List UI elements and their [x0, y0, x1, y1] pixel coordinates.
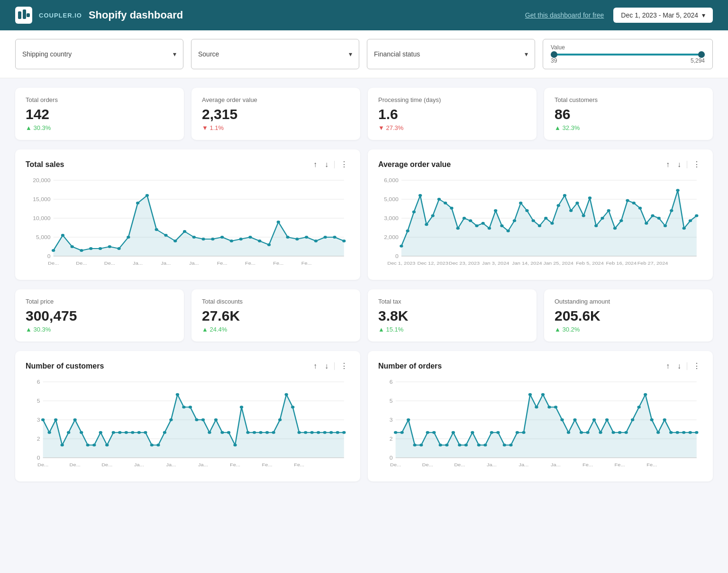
- svg-point-33: [230, 240, 233, 242]
- kpi-value: 205.6K: [555, 308, 702, 324]
- brand-name: COUPLER.IO: [39, 12, 82, 19]
- svg-point-228: [535, 406, 538, 408]
- svg-point-30: [201, 238, 205, 240]
- svg-text:0: 0: [395, 254, 399, 259]
- ctrl-divider: [687, 161, 687, 168]
- svg-point-250: [676, 431, 679, 434]
- chart-more-button[interactable]: ⋮: [338, 159, 350, 170]
- svg-point-107: [645, 222, 648, 225]
- svg-point-157: [169, 418, 173, 421]
- chart-controls-4: ↑ ↓ ⋮: [664, 360, 702, 371]
- svg-point-77: [456, 227, 459, 230]
- kpi-value: 1.6: [378, 106, 526, 122]
- chart-up-button[interactable]: ↑: [311, 159, 319, 170]
- shipping-country-filter[interactable]: Shipping country ▾: [15, 39, 183, 69]
- financial-status-filter[interactable]: Financial status ▾: [367, 39, 535, 69]
- svg-text:Fe...: Fe...: [582, 462, 593, 467]
- source-filter[interactable]: Source ▾: [191, 39, 359, 69]
- svg-text:Ja...: Ja...: [161, 261, 171, 266]
- avg-order-value-chart: 6,0005,0003,0002,0000Dec 1, 2023Dec 12, …: [378, 176, 702, 270]
- slider-thumb-min[interactable]: [551, 51, 557, 58]
- svg-text:De...: De...: [37, 462, 48, 467]
- svg-point-216: [458, 444, 461, 446]
- svg-text:5,000: 5,000: [36, 235, 51, 240]
- svg-point-222: [496, 431, 500, 434]
- svg-text:0: 0: [37, 455, 40, 461]
- svg-text:3: 3: [390, 417, 393, 423]
- svg-point-211: [426, 431, 429, 434]
- svg-point-248: [663, 418, 666, 421]
- svg-point-252: [689, 431, 692, 434]
- svg-point-166: [227, 431, 230, 434]
- svg-point-207: [400, 431, 403, 434]
- svg-point-176: [291, 406, 294, 408]
- chart-down-button[interactable]: ↓: [675, 361, 683, 371]
- svg-point-239: [605, 418, 609, 421]
- chart-up-button[interactable]: ↑: [664, 159, 672, 170]
- value-range-filter: Value 39 5,294: [543, 39, 713, 69]
- svg-text:Fe...: Fe...: [230, 462, 240, 467]
- svg-point-38: [277, 221, 280, 223]
- svg-point-182: [329, 431, 333, 434]
- svg-text:Ja...: Ja...: [134, 462, 144, 467]
- ctrl-divider: [687, 362, 687, 370]
- date-range-text: Dec 1, 2023 - Mar 5, 2024: [621, 11, 698, 19]
- kpi-card: Total tax 3.8K ▲ 15.1%: [368, 289, 537, 342]
- kpi-card: Total price 300,475 ▲ 30.3%: [15, 289, 184, 342]
- svg-point-213: [439, 444, 442, 446]
- svg-point-219: [477, 444, 481, 446]
- svg-point-91: [544, 217, 547, 220]
- svg-text:6,000: 6,000: [384, 178, 399, 183]
- svg-point-178: [304, 431, 307, 434]
- kpi-card: Total orders 142 ▲ 30.3%: [15, 88, 184, 140]
- chart-down-button[interactable]: ↓: [675, 159, 683, 170]
- num-customers-chart-card: Number of customers ↑ ↓ ⋮ 65320De...De..…: [15, 351, 360, 481]
- svg-text:Jan 14, 2024: Jan 14, 2024: [512, 261, 542, 266]
- svg-text:De...: De...: [422, 462, 433, 467]
- chart-up-button[interactable]: ↑: [311, 361, 319, 371]
- kpi-change: ▼ 27.3%: [378, 124, 526, 131]
- chart-row-2: Number of customers ↑ ↓ ⋮ 65320De...De..…: [15, 351, 713, 481]
- chart-more-button[interactable]: ⋮: [691, 159, 702, 170]
- svg-point-43: [324, 236, 327, 239]
- header: COUPLER.IO Shopify dashboard Get this da…: [0, 0, 728, 30]
- svg-point-221: [490, 431, 493, 434]
- svg-point-147: [105, 444, 109, 446]
- date-range-button[interactable]: Dec 1, 2023 - Mar 5, 2024 ▾: [613, 8, 713, 23]
- svg-text:Ja...: Ja...: [487, 462, 497, 467]
- chevron-down-icon: ▾: [525, 50, 528, 58]
- main-content: Total orders 142 ▲ 30.3% Average order v…: [0, 78, 728, 500]
- chart-more-button[interactable]: ⋮: [338, 360, 350, 371]
- svg-point-109: [657, 217, 661, 220]
- svg-point-161: [195, 418, 198, 421]
- svg-point-162: [201, 418, 205, 421]
- slider-track[interactable]: [551, 54, 705, 55]
- svg-point-238: [599, 431, 602, 434]
- chevron-down-icon: ▾: [173, 50, 176, 58]
- svg-point-83: [494, 209, 497, 212]
- slider-container[interactable]: [551, 54, 705, 55]
- slider-thumb-max[interactable]: [698, 51, 705, 58]
- svg-point-36: [258, 240, 261, 242]
- avg-order-value-chart-card: Average order value ↑ ↓ ⋮ 6,0005,0003,00…: [368, 149, 713, 280]
- chart-down-button[interactable]: ↓: [323, 361, 330, 371]
- svg-point-148: [112, 431, 115, 434]
- slider-min-value: 39: [551, 57, 557, 64]
- svg-text:Jan 25, 2024: Jan 25, 2024: [543, 261, 573, 266]
- svg-point-230: [547, 406, 551, 408]
- kpi-row-1: Total orders 142 ▲ 30.3% Average order v…: [15, 88, 713, 140]
- svg-text:5: 5: [37, 398, 40, 404]
- svg-text:De...: De...: [390, 462, 401, 467]
- kpi-value: 2,315: [202, 106, 350, 122]
- chart-down-button[interactable]: ↓: [323, 159, 330, 170]
- svg-point-158: [176, 393, 179, 396]
- get-dashboard-link[interactable]: Get this dashboard for free: [525, 11, 604, 19]
- svg-point-150: [125, 431, 128, 434]
- filters-bar: Shipping country ▾ Source ▾ Financial st…: [0, 30, 728, 78]
- svg-point-115: [695, 214, 698, 217]
- svg-point-103: [619, 219, 623, 222]
- kpi-label: Total orders: [26, 96, 173, 103]
- chart-up-button[interactable]: ↑: [664, 361, 672, 371]
- svg-text:2: 2: [37, 436, 40, 442]
- chart-more-button[interactable]: ⋮: [691, 360, 702, 371]
